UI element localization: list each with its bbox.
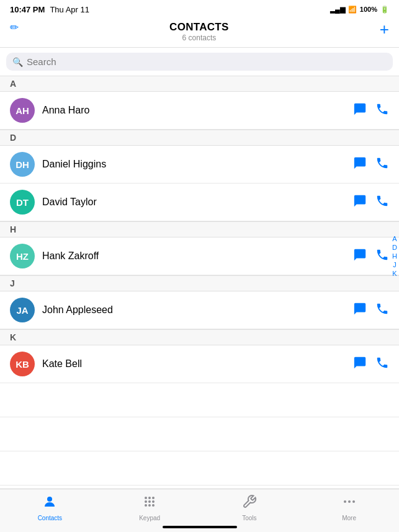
contact-name: Anna Haro xyxy=(42,105,353,116)
index-letter[interactable]: J xyxy=(392,262,397,268)
home-indicator xyxy=(163,526,237,528)
more-tab-icon xyxy=(342,494,357,513)
message-icon[interactable] xyxy=(353,156,367,173)
avatar: DT xyxy=(10,190,35,215)
tools-tab-icon xyxy=(242,494,257,513)
search-bar: 🔍 xyxy=(6,53,393,71)
section-header-h: H xyxy=(0,221,399,237)
search-icon: 🔍 xyxy=(12,57,23,67)
avatar: HZ xyxy=(10,244,35,268)
message-icon[interactable] xyxy=(353,102,367,119)
nav-center: CONTACTS 6 contacts xyxy=(169,21,229,42)
section-header-j: J xyxy=(0,275,399,291)
svg-point-6 xyxy=(152,500,155,503)
message-icon[interactable] xyxy=(353,194,367,211)
status-bar: 10:47 PM Thu Apr 11 ▂▄▆ 📶 100% 🔋 xyxy=(0,0,399,19)
section-header-d: D xyxy=(0,130,399,146)
index-letter[interactable]: H xyxy=(392,253,397,260)
message-icon[interactable] xyxy=(353,248,367,265)
contact-actions xyxy=(353,156,389,173)
svg-point-4 xyxy=(145,500,147,503)
phone-icon[interactable] xyxy=(375,356,389,373)
contact-row[interactable]: DTDavid Taylor xyxy=(0,184,399,221)
svg-point-5 xyxy=(148,500,151,503)
status-date: Thu Apr 11 xyxy=(50,5,89,14)
index-letter[interactable]: D xyxy=(392,244,397,251)
contact-row[interactable]: JAJohn Appleseed xyxy=(0,291,399,329)
svg-point-0 xyxy=(47,497,52,502)
svg-point-8 xyxy=(148,504,151,507)
svg-point-12 xyxy=(352,500,355,503)
contacts-tab-icon xyxy=(42,494,57,513)
page-title: CONTACTS xyxy=(169,21,229,33)
main-content: 10:47 PM Thu Apr 11 ▂▄▆ 📶 100% 🔋 ✏ CONTA… xyxy=(0,0,399,489)
avatar: DH xyxy=(10,152,35,177)
index-letter[interactable]: A xyxy=(392,236,397,242)
tab-keypad[interactable]: Keypad xyxy=(100,494,200,521)
contact-name: Kate Bell xyxy=(42,358,353,370)
battery-label: 100% xyxy=(360,6,377,13)
svg-point-10 xyxy=(344,500,346,503)
svg-point-7 xyxy=(145,504,147,507)
contact-actions xyxy=(353,248,389,265)
contact-actions xyxy=(353,194,389,211)
contact-name: David Taylor xyxy=(42,197,353,208)
empty-row xyxy=(0,417,399,451)
message-icon[interactable] xyxy=(353,302,367,319)
more-tab-label: More xyxy=(342,515,356,521)
tools-tab-label: Tools xyxy=(242,515,256,521)
contact-count: 6 contacts xyxy=(169,33,229,42)
avatar: JA xyxy=(10,298,35,322)
avatar: AH xyxy=(10,98,35,123)
wifi-icon: 📶 xyxy=(348,6,357,14)
svg-point-3 xyxy=(152,497,155,499)
message-icon[interactable] xyxy=(353,356,367,373)
tab-more[interactable]: More xyxy=(299,494,399,521)
contact-actions xyxy=(353,356,389,373)
contact-actions xyxy=(353,102,389,119)
tab-contacts[interactable]: Contacts xyxy=(0,494,100,521)
phone-icon[interactable] xyxy=(375,194,389,211)
section-header-a: A xyxy=(0,76,399,92)
phone-icon[interactable] xyxy=(375,102,389,119)
phone-icon[interactable] xyxy=(375,156,389,173)
phone-icon[interactable] xyxy=(375,302,389,319)
status-icons: ▂▄▆ 📶 100% 🔋 xyxy=(330,6,389,14)
contacts-tab-label: Contacts xyxy=(38,515,62,521)
search-input[interactable] xyxy=(27,56,387,67)
section-header-k: K xyxy=(0,329,399,345)
contact-name: John Appleseed xyxy=(42,304,353,316)
svg-point-9 xyxy=(152,504,155,507)
avatar: KB xyxy=(10,352,35,376)
contact-actions xyxy=(353,302,389,319)
contact-name: Hank Zakroff xyxy=(42,250,353,262)
index-letter[interactable]: K xyxy=(392,270,397,277)
keypad-tab-label: Keypad xyxy=(139,515,160,521)
svg-point-1 xyxy=(145,497,147,499)
status-time: 10:47 PM xyxy=(10,5,45,14)
svg-point-11 xyxy=(348,500,351,503)
battery-icon: 🔋 xyxy=(380,6,389,14)
add-contact-button[interactable]: + xyxy=(380,21,389,37)
empty-row xyxy=(0,451,399,485)
contact-row[interactable]: DHDaniel Higgins xyxy=(0,146,399,184)
contact-row[interactable]: AHAnna Haro xyxy=(0,92,399,130)
empty-row xyxy=(0,383,399,417)
tab-tools[interactable]: Tools xyxy=(200,494,300,521)
contact-row[interactable]: HZHank Zakroff xyxy=(0,237,399,275)
index-scrubber[interactable]: ADHJK xyxy=(392,236,397,277)
signal-icon: ▂▄▆ xyxy=(330,6,345,14)
contact-name: Daniel Higgins xyxy=(42,159,353,170)
contact-row[interactable]: KBKate Bell xyxy=(0,345,399,383)
edit-button[interactable]: ✏ xyxy=(10,21,19,34)
svg-point-2 xyxy=(148,497,151,499)
phone-icon[interactable] xyxy=(375,248,389,265)
keypad-tab-icon xyxy=(142,494,157,513)
nav-bar: ✏ CONTACTS 6 contacts + xyxy=(0,19,399,48)
contact-list: AAHAnna HaroDDHDaniel HigginsDTDavid Tay… xyxy=(0,76,399,489)
